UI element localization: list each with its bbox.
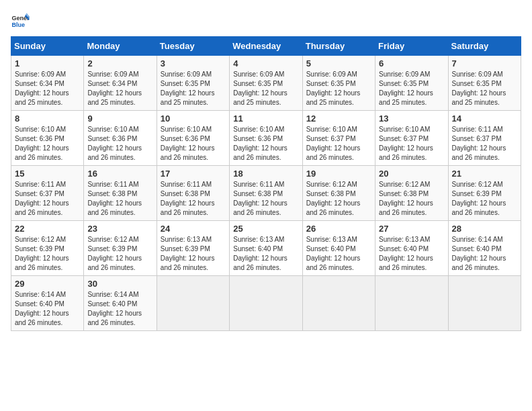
calendar-cell: 4Sunrise: 6:09 AMSunset: 6:35 PMDaylight… xyxy=(230,56,302,111)
calendar-cell: 19Sunrise: 6:12 AMSunset: 6:38 PMDayligh… xyxy=(302,166,375,221)
day-number: 20 xyxy=(379,169,444,179)
day-number: 16 xyxy=(87,169,152,179)
calendar-cell: 24Sunrise: 6:13 AMSunset: 6:39 PMDayligh… xyxy=(157,221,229,276)
calendar-cell: 22Sunrise: 6:12 AMSunset: 6:39 PMDayligh… xyxy=(11,221,84,276)
day-number: 1 xyxy=(15,58,80,68)
logo-icon: General Blue xyxy=(11,11,30,30)
column-header-wednesday: Wednesday xyxy=(230,37,302,56)
calendar-cell: 16Sunrise: 6:11 AMSunset: 6:38 PMDayligh… xyxy=(84,166,157,221)
day-number: 19 xyxy=(306,169,371,179)
calendar-cell: 10Sunrise: 6:10 AMSunset: 6:36 PMDayligh… xyxy=(157,111,229,166)
calendar-cell: 17Sunrise: 6:11 AMSunset: 6:38 PMDayligh… xyxy=(157,166,229,221)
day-info: Sunrise: 6:10 AMSunset: 6:36 PMDaylight:… xyxy=(15,126,69,161)
week-row-1: 1Sunrise: 6:09 AMSunset: 6:34 PMDaylight… xyxy=(11,56,521,111)
calendar-cell: 27Sunrise: 6:13 AMSunset: 6:40 PMDayligh… xyxy=(375,221,448,276)
day-number: 21 xyxy=(452,169,517,179)
calendar-cell xyxy=(448,276,521,331)
day-number: 11 xyxy=(233,113,298,124)
day-info: Sunrise: 6:09 AMSunset: 6:34 PMDaylight:… xyxy=(15,71,69,106)
column-header-tuesday: Tuesday xyxy=(157,37,229,56)
calendar-cell: 2Sunrise: 6:09 AMSunset: 6:34 PMDaylight… xyxy=(84,56,157,111)
header-row: SundayMondayTuesdayWednesdayThursdayFrid… xyxy=(11,37,521,56)
day-info: Sunrise: 6:14 AMSunset: 6:40 PMDaylight:… xyxy=(452,236,506,271)
day-number: 14 xyxy=(452,113,517,124)
calendar-cell: 18Sunrise: 6:11 AMSunset: 6:38 PMDayligh… xyxy=(230,166,302,221)
day-info: Sunrise: 6:14 AMSunset: 6:40 PMDaylight:… xyxy=(15,291,69,326)
day-info: Sunrise: 6:12 AMSunset: 6:38 PMDaylight:… xyxy=(306,181,361,216)
day-number: 29 xyxy=(15,279,80,289)
week-row-2: 8Sunrise: 6:10 AMSunset: 6:36 PMDaylight… xyxy=(11,111,521,166)
week-row-4: 22Sunrise: 6:12 AMSunset: 6:39 PMDayligh… xyxy=(11,221,521,276)
day-number: 13 xyxy=(379,113,444,124)
day-info: Sunrise: 6:10 AMSunset: 6:36 PMDaylight:… xyxy=(161,126,215,161)
day-number: 24 xyxy=(161,224,226,234)
calendar-cell: 3Sunrise: 6:09 AMSunset: 6:35 PMDaylight… xyxy=(157,56,229,111)
calendar-cell: 14Sunrise: 6:11 AMSunset: 6:37 PMDayligh… xyxy=(448,111,521,166)
day-info: Sunrise: 6:12 AMSunset: 6:39 PMDaylight:… xyxy=(15,236,69,271)
day-info: Sunrise: 6:12 AMSunset: 6:39 PMDaylight:… xyxy=(452,181,506,216)
column-header-monday: Monday xyxy=(84,37,157,56)
calendar-cell: 11Sunrise: 6:10 AMSunset: 6:36 PMDayligh… xyxy=(230,111,302,166)
calendar-cell: 30Sunrise: 6:14 AMSunset: 6:40 PMDayligh… xyxy=(84,276,157,331)
calendar-cell: 1Sunrise: 6:09 AMSunset: 6:34 PMDaylight… xyxy=(11,56,84,111)
calendar-cell: 23Sunrise: 6:12 AMSunset: 6:39 PMDayligh… xyxy=(84,221,157,276)
day-number: 12 xyxy=(306,113,371,124)
logo: General Blue xyxy=(11,11,30,30)
week-row-5: 29Sunrise: 6:14 AMSunset: 6:40 PMDayligh… xyxy=(11,276,521,331)
calendar-cell xyxy=(230,276,302,331)
calendar-cell: 13Sunrise: 6:10 AMSunset: 6:37 PMDayligh… xyxy=(375,111,448,166)
day-info: Sunrise: 6:10 AMSunset: 6:37 PMDaylight:… xyxy=(379,126,433,161)
day-info: Sunrise: 6:10 AMSunset: 6:37 PMDaylight:… xyxy=(306,126,361,161)
day-number: 4 xyxy=(233,58,298,68)
calendar-cell: 15Sunrise: 6:11 AMSunset: 6:37 PMDayligh… xyxy=(11,166,84,221)
calendar-cell: 26Sunrise: 6:13 AMSunset: 6:40 PMDayligh… xyxy=(302,221,375,276)
calendar-cell xyxy=(302,276,375,331)
day-number: 6 xyxy=(379,58,444,68)
day-info: Sunrise: 6:11 AMSunset: 6:37 PMDaylight:… xyxy=(15,181,69,216)
day-info: Sunrise: 6:10 AMSunset: 6:36 PMDaylight:… xyxy=(233,126,287,161)
day-number: 3 xyxy=(161,58,226,68)
column-header-saturday: Saturday xyxy=(448,37,521,56)
day-info: Sunrise: 6:11 AMSunset: 6:37 PMDaylight:… xyxy=(452,126,506,161)
day-info: Sunrise: 6:13 AMSunset: 6:39 PMDaylight:… xyxy=(161,236,215,271)
day-number: 9 xyxy=(87,113,152,124)
day-info: Sunrise: 6:12 AMSunset: 6:39 PMDaylight:… xyxy=(87,236,142,271)
day-number: 15 xyxy=(15,169,80,179)
column-header-friday: Friday xyxy=(375,37,448,56)
calendar-cell: 12Sunrise: 6:10 AMSunset: 6:37 PMDayligh… xyxy=(302,111,375,166)
day-info: Sunrise: 6:14 AMSunset: 6:40 PMDaylight:… xyxy=(87,291,142,326)
day-info: Sunrise: 6:11 AMSunset: 6:38 PMDaylight:… xyxy=(87,181,142,216)
day-number: 5 xyxy=(306,58,371,68)
calendar-cell: 5Sunrise: 6:09 AMSunset: 6:35 PMDaylight… xyxy=(302,56,375,111)
day-number: 7 xyxy=(452,58,517,68)
day-number: 18 xyxy=(233,169,298,179)
day-info: Sunrise: 6:12 AMSunset: 6:38 PMDaylight:… xyxy=(379,181,433,216)
day-info: Sunrise: 6:11 AMSunset: 6:38 PMDaylight:… xyxy=(161,181,215,216)
week-row-3: 15Sunrise: 6:11 AMSunset: 6:37 PMDayligh… xyxy=(11,166,521,221)
day-number: 10 xyxy=(161,113,226,124)
calendar-cell: 29Sunrise: 6:14 AMSunset: 6:40 PMDayligh… xyxy=(11,276,84,331)
column-header-sunday: Sunday xyxy=(11,37,84,56)
calendar-cell: 9Sunrise: 6:10 AMSunset: 6:36 PMDaylight… xyxy=(84,111,157,166)
day-number: 25 xyxy=(233,224,298,234)
calendar-cell xyxy=(375,276,448,331)
calendar-cell: 28Sunrise: 6:14 AMSunset: 6:40 PMDayligh… xyxy=(448,221,521,276)
day-info: Sunrise: 6:13 AMSunset: 6:40 PMDaylight:… xyxy=(379,236,433,271)
calendar-cell: 21Sunrise: 6:12 AMSunset: 6:39 PMDayligh… xyxy=(448,166,521,221)
header: General Blue xyxy=(11,11,521,30)
day-info: Sunrise: 6:13 AMSunset: 6:40 PMDaylight:… xyxy=(233,236,287,271)
day-number: 27 xyxy=(379,224,444,234)
day-number: 23 xyxy=(87,224,152,234)
day-info: Sunrise: 6:10 AMSunset: 6:36 PMDaylight:… xyxy=(87,126,142,161)
calendar-cell: 25Sunrise: 6:13 AMSunset: 6:40 PMDayligh… xyxy=(230,221,302,276)
day-number: 17 xyxy=(161,169,226,179)
column-header-thursday: Thursday xyxy=(302,37,375,56)
day-info: Sunrise: 6:09 AMSunset: 6:35 PMDaylight:… xyxy=(233,71,287,106)
calendar-cell: 8Sunrise: 6:10 AMSunset: 6:36 PMDaylight… xyxy=(11,111,84,166)
day-number: 2 xyxy=(87,58,152,68)
day-info: Sunrise: 6:13 AMSunset: 6:40 PMDaylight:… xyxy=(306,236,361,271)
day-info: Sunrise: 6:11 AMSunset: 6:38 PMDaylight:… xyxy=(233,181,287,216)
day-info: Sunrise: 6:09 AMSunset: 6:35 PMDaylight:… xyxy=(161,71,215,106)
calendar-cell: 7Sunrise: 6:09 AMSunset: 6:35 PMDaylight… xyxy=(448,56,521,111)
day-info: Sunrise: 6:09 AMSunset: 6:35 PMDaylight:… xyxy=(379,71,433,106)
